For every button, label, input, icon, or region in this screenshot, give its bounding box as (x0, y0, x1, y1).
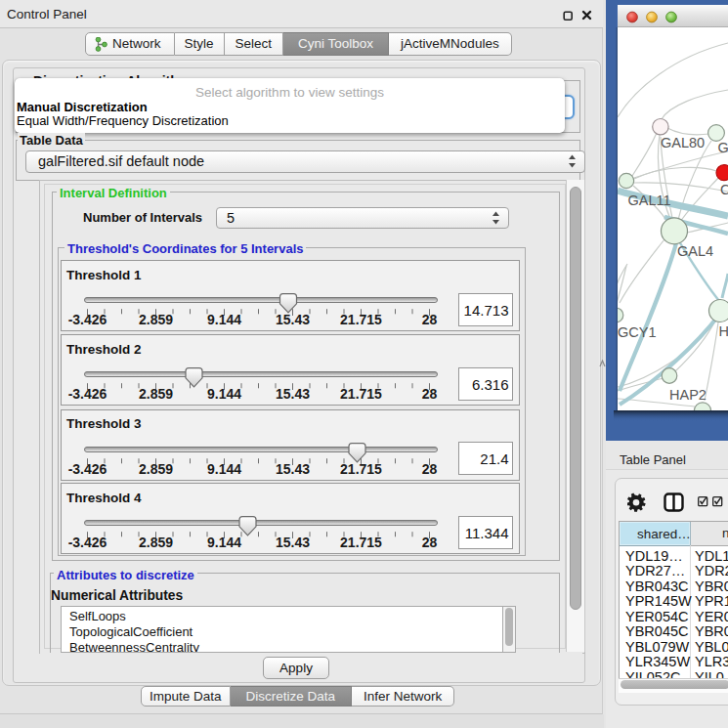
svg-text:CYC: CYC (720, 182, 728, 197)
svg-text:GAL80: GAL80 (661, 135, 705, 150)
svg-text:-3.426: -3.426 (68, 535, 107, 550)
svg-text:28: 28 (422, 312, 438, 327)
svg-text:15.43: 15.43 (276, 535, 310, 550)
svg-text:GCY1: GCY1 (618, 324, 657, 340)
svg-text:2.859: 2.859 (139, 460, 173, 476)
svg-text:2.859: 2.859 (139, 386, 173, 402)
svg-text:9.144: 9.144 (207, 460, 241, 476)
svg-text:2.859: 2.859 (139, 312, 173, 327)
svg-text:9.144: 9.144 (207, 312, 241, 327)
svg-text:-3.426: -3.426 (68, 312, 107, 327)
svg-text:21.715: 21.715 (340, 386, 382, 402)
svg-text:2.859: 2.859 (139, 535, 173, 550)
svg-text:HIS: HIS (719, 323, 728, 339)
svg-text:GAL11: GAL11 (628, 193, 671, 208)
svg-text:28: 28 (422, 535, 438, 550)
svg-text:21.715: 21.715 (340, 535, 382, 550)
svg-text:GAL4: GAL4 (677, 243, 713, 259)
svg-text:15.43: 15.43 (276, 460, 310, 476)
svg-text:HAP2: HAP2 (669, 387, 707, 403)
svg-text:-3.426: -3.426 (68, 386, 107, 402)
svg-text:21.715: 21.715 (340, 460, 382, 476)
svg-text:9.144: 9.144 (207, 386, 241, 402)
svg-text:15.43: 15.43 (276, 386, 310, 402)
svg-text:21.715: 21.715 (340, 312, 382, 327)
svg-text:28: 28 (422, 386, 438, 402)
svg-text:-3.426: -3.426 (68, 460, 107, 476)
svg-text:15.43: 15.43 (276, 312, 310, 327)
svg-text:28: 28 (422, 460, 438, 476)
svg-text:9.144: 9.144 (207, 535, 241, 550)
svg-text:GAL7: GAL7 (718, 140, 728, 155)
